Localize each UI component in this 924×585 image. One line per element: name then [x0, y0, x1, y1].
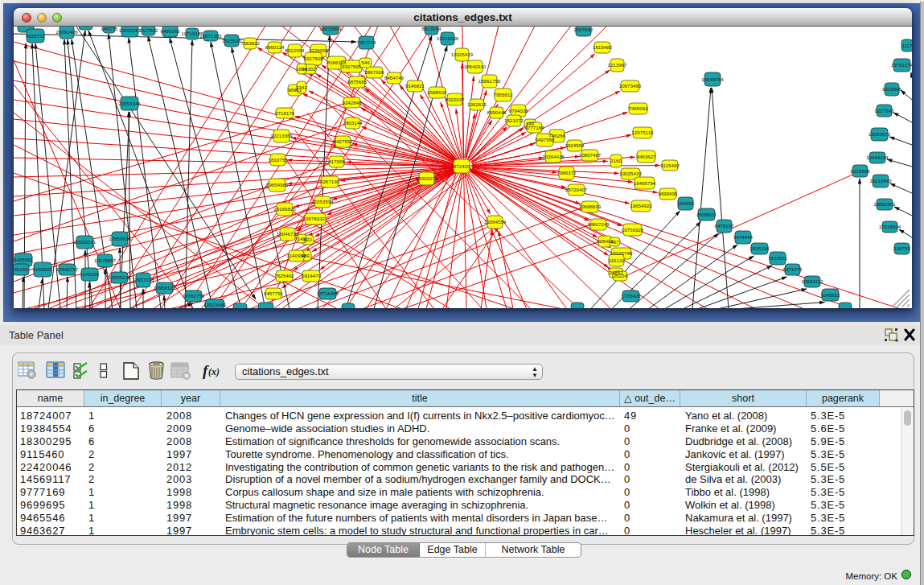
svg-text:9463627: 9463627 [636, 154, 656, 159]
svg-text:7485063: 7485063 [628, 105, 648, 111]
svg-text:1654: 1654 [296, 66, 307, 72]
svg-text:1145194: 1145194 [80, 271, 100, 277]
svg-text:17957275: 17957275 [132, 277, 154, 282]
svg-text:12942757: 12942757 [56, 266, 79, 272]
svg-text:2718176: 2718176 [275, 110, 295, 116]
svg-text:18640910: 18640910 [464, 64, 487, 69]
svg-text:2087682: 2087682 [573, 27, 593, 32]
svg-text:10973493: 10973493 [619, 83, 642, 89]
svg-text:9457791: 9457791 [264, 290, 284, 296]
svg-text:9777169: 9777169 [524, 125, 544, 130]
svg-text:146375: 146375 [101, 27, 117, 31]
svg-text:19166825: 19166825 [273, 206, 296, 212]
svg-text:9474444: 9474444 [733, 234, 754, 240]
svg-text:12505135: 12505135 [109, 274, 131, 280]
svg-text:8660124: 8660124 [265, 44, 285, 50]
svg-text:6497568: 6497568 [535, 137, 555, 142]
svg-text:12213369: 12213369 [270, 133, 293, 138]
svg-text:7632621: 7632621 [768, 255, 788, 261]
svg-text:6466160: 6466160 [160, 28, 180, 34]
svg-text:9329966: 9329966 [882, 86, 902, 92]
svg-text:16782759: 16782759 [183, 293, 205, 299]
svg-text:8813054: 8813054 [421, 27, 441, 31]
svg-text:9794028: 9794028 [508, 108, 528, 113]
svg-text:16046738: 16046738 [277, 231, 299, 237]
svg-text:9875685: 9875685 [347, 79, 368, 84]
svg-text:8215958: 8215958 [850, 168, 870, 174]
svg-text:17859934: 17859934 [109, 236, 131, 241]
svg-text:10975857: 10975857 [94, 257, 117, 263]
svg-text:9327505: 9327505 [342, 64, 362, 69]
svg-text:15720407: 15720407 [565, 187, 588, 192]
svg-text:3267130: 3267130 [320, 179, 340, 184]
svg-text:6435061: 6435061 [14, 257, 34, 262]
svg-text:2935114: 2935114 [750, 245, 770, 251]
svg-text:6479197: 6479197 [714, 223, 734, 229]
svg-text:12444154: 12444154 [866, 154, 889, 160]
svg-text:12093872: 12093872 [869, 131, 891, 137]
svg-text:7563822: 7563822 [240, 40, 261, 46]
svg-text:15692901: 15692901 [873, 201, 896, 207]
svg-text:546: 546 [361, 60, 370, 65]
svg-text:1615483: 1615483 [593, 44, 613, 50]
svg-text:19654923: 19654923 [630, 203, 652, 208]
svg-text:8990448: 8990448 [487, 109, 507, 115]
svg-text:1527602: 1527602 [138, 27, 158, 33]
svg-text:3624554: 3624554 [565, 142, 585, 148]
svg-text:1362615: 1362615 [467, 101, 487, 107]
svg-text:12975115: 12975115 [631, 130, 654, 135]
svg-text:9699695: 9699695 [658, 191, 678, 196]
svg-text:9327509: 9327509 [303, 56, 323, 61]
svg-text:1140994: 1140994 [287, 253, 306, 258]
svg-text:25224: 25224 [613, 273, 627, 278]
svg-text:1156829: 1156829 [33, 266, 52, 272]
svg-text:20091406: 20091406 [55, 29, 78, 35]
svg-text:16495794: 16495794 [634, 180, 656, 186]
svg-text:12923446: 12923446 [203, 302, 226, 307]
svg-text:10654112: 10654112 [801, 278, 823, 284]
svg-text:10756928: 10756928 [622, 227, 644, 233]
svg-text:16961758: 16961758 [478, 78, 501, 84]
svg-text:8471676: 8471676 [782, 266, 803, 272]
svg-text:19654985: 19654985 [266, 182, 289, 187]
svg-text:16033809: 16033809 [319, 27, 342, 31]
svg-text:2803144: 2803144 [343, 120, 363, 126]
svg-text:9242848: 9242848 [342, 100, 362, 105]
svg-text:16120746: 16120746 [610, 250, 633, 256]
svg-text:16210643: 16210643 [869, 178, 892, 183]
svg-text:2342: 2342 [296, 84, 307, 90]
svg-text:4055712: 4055712 [26, 33, 46, 39]
svg-text:8938923: 8938923 [696, 212, 717, 217]
svg-text:17016504: 17016504 [879, 224, 901, 229]
svg-text:7986372: 7986372 [556, 170, 577, 175]
svg-text:(x): (x) [208, 366, 220, 377]
svg-text:12353594: 12353594 [311, 199, 334, 204]
svg-text:8322037: 8322037 [445, 97, 465, 102]
svg-text:1621072: 1621072 [504, 117, 524, 123]
svg-text:6914479: 6914479 [302, 273, 322, 278]
svg-text:8454749: 8454749 [384, 75, 405, 80]
svg-text:164095: 164095 [677, 200, 694, 206]
svg-text:9227343: 9227343 [874, 108, 894, 113]
svg-text:20206531: 20206531 [74, 239, 97, 245]
svg-text:7515526: 7515526 [222, 38, 242, 43]
svg-text:16671355: 16671355 [199, 33, 222, 39]
svg-text:2588520: 2588520 [427, 89, 447, 95]
svg-text:149: 149 [298, 236, 306, 241]
svg-text:10688609: 10688609 [579, 204, 602, 209]
svg-text:20364436: 20364436 [542, 154, 565, 159]
svg-text:2160: 2160 [610, 158, 622, 163]
svg-text:10807487: 10807487 [579, 152, 602, 158]
svg-text:15751074: 15751074 [891, 62, 912, 68]
svg-text:7625402: 7625402 [274, 273, 294, 278]
svg-text:9245652: 9245652 [820, 292, 840, 298]
svg-text:7357224: 7357224 [356, 39, 376, 45]
svg-text:116753: 116753 [893, 245, 910, 251]
svg-text:1213967: 1213967 [607, 62, 627, 68]
svg-text:1117: 1117 [902, 43, 912, 48]
svg-text:9146821: 9146821 [405, 83, 425, 89]
svg-text:8427552: 8427552 [333, 138, 353, 144]
svg-text:8912954: 8912954 [285, 47, 305, 53]
svg-text:15716485: 15716485 [317, 290, 339, 296]
svg-text:18807249: 18807249 [587, 221, 610, 227]
